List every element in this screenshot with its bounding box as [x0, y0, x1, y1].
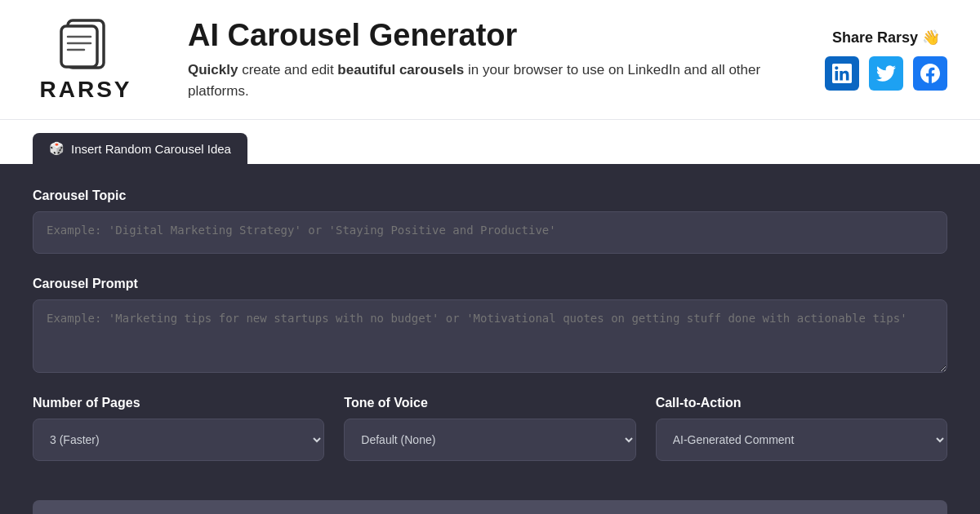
- prompt-label: Carousel Prompt: [33, 277, 947, 291]
- header: RARSY AI Carousel Generator Quickly crea…: [0, 0, 980, 120]
- subtitle-bold2: beautiful carousels: [337, 62, 464, 78]
- app-subtitle: Quickly create and edit beautiful carous…: [188, 60, 792, 101]
- topic-input[interactable]: [33, 211, 947, 254]
- prompt-group: Carousel Prompt: [33, 277, 947, 376]
- random-idea-tab[interactable]: 🎲 Insert Random Carousel Idea: [33, 133, 247, 164]
- linkedin-button[interactable]: [825, 56, 859, 91]
- app-title: AI Carousel Generator: [188, 18, 792, 53]
- brand-name: RARSY: [39, 77, 131, 103]
- tab-label: Insert Random Carousel Idea: [71, 142, 231, 156]
- pages-label: Number of Pages: [33, 396, 324, 410]
- logo-icon: [53, 16, 118, 73]
- facebook-button[interactable]: [913, 56, 947, 91]
- share-text: Share Rarsy 👋: [832, 29, 940, 47]
- generate-button[interactable]: Generate Carousel: [33, 500, 947, 514]
- topic-label: Carousel Topic: [33, 188, 947, 203]
- subtitle-bold1: Quickly: [188, 62, 238, 78]
- svg-rect-1: [61, 26, 97, 67]
- social-icons: [825, 56, 947, 91]
- cta-group: Call-to-Action AI-Generated Comment None…: [656, 396, 947, 461]
- topic-group: Carousel Topic: [33, 188, 947, 257]
- twitter-button[interactable]: [869, 56, 903, 91]
- tab-emoji: 🎲: [49, 141, 65, 156]
- options-row: Number of Pages 3 (Faster) 5 7 10 Tone o…: [33, 396, 947, 481]
- share-emoji: 👋: [922, 29, 940, 46]
- share-label: Share: [832, 29, 873, 46]
- cta-select[interactable]: AI-Generated Comment None Follow Me Shar…: [656, 419, 947, 461]
- header-middle: AI Carousel Generator Quickly create and…: [172, 18, 792, 101]
- prompt-input[interactable]: [33, 299, 947, 373]
- cta-label: Call-to-Action: [656, 396, 947, 410]
- logo-section: RARSY: [33, 16, 139, 103]
- main-form: Carousel Topic Carousel Prompt Number of…: [0, 164, 980, 514]
- tone-label: Tone of Voice: [344, 396, 635, 410]
- subtitle-text1: create and edit: [238, 62, 337, 78]
- tone-select[interactable]: Default (None) Professional Casual Inspi…: [344, 419, 635, 461]
- header-right: Share Rarsy 👋: [792, 29, 947, 91]
- share-brand: Rarsy: [877, 29, 918, 46]
- tab-bar: 🎲 Insert Random Carousel Idea: [0, 120, 980, 164]
- pages-select[interactable]: 3 (Faster) 5 7 10: [33, 419, 324, 461]
- pages-group: Number of Pages 3 (Faster) 5 7 10: [33, 396, 324, 461]
- tone-group: Tone of Voice Default (None) Professiona…: [344, 396, 635, 461]
